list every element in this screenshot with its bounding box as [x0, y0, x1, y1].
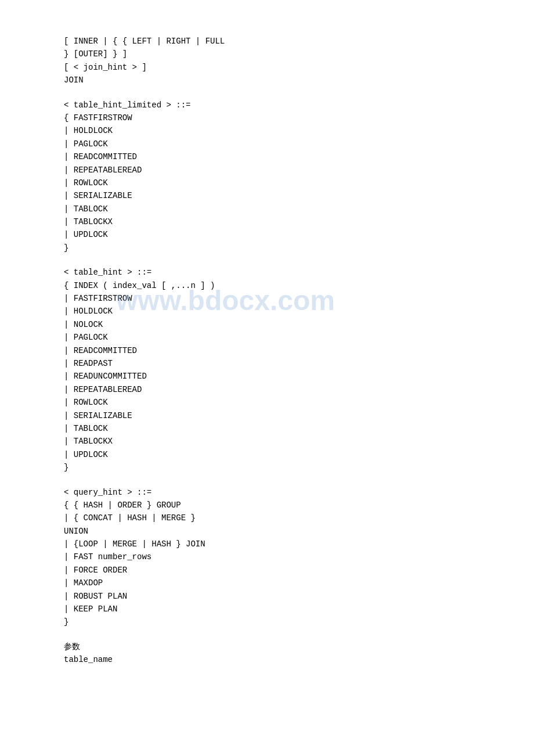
th-line-8: | READUNCOMMITTED — [64, 370, 488, 383]
th-line-14: | UPDLOCK — [64, 448, 488, 461]
th-line-3: | HOLDLOCK — [64, 305, 488, 318]
thl-line-4: | READCOMMITTED — [64, 150, 488, 163]
qh-line-2: | { CONCAT | HASH | MERGE } — [64, 512, 488, 524]
thl-line-1: { FASTFIRSTROW — [64, 111, 488, 124]
table-hint-header: < table_hint > ::= — [64, 266, 488, 279]
join-section: [ INNER | { { LEFT | RIGHT | FULL } [OUT… — [64, 35, 488, 87]
th-line-11: | SERIALIZABLE — [64, 409, 488, 422]
qh-line-5: | FAST number_rows — [64, 550, 488, 563]
thl-line-6: | ROWLOCK — [64, 177, 488, 189]
qh-line-8: | ROBUST PLAN — [64, 590, 488, 603]
qh-line-9: | KEEP PLAN — [64, 603, 488, 615]
join-line-3: [ < join_hint > ] — [64, 61, 488, 74]
th-line-9: | REPEATABLEREAD — [64, 383, 488, 396]
join-line-2: } [OUTER] } ] — [64, 48, 488, 60]
th-line-13: | TABLOCKX — [64, 435, 488, 448]
th-line-6: | READCOMMITTED — [64, 344, 488, 357]
table-hint-limited-section: < table_hint_limited > ::= { FASTFIRSTRO… — [64, 99, 488, 255]
main-content: [ INNER | { { LEFT | RIGHT | FULL } [OUT… — [64, 35, 488, 667]
join-line-4: JOIN — [64, 74, 488, 87]
thl-line-2: | HOLDLOCK — [64, 124, 488, 137]
th-line-15: } — [64, 461, 488, 474]
th-line-1: { INDEX ( index_val [ ,...n ] ) — [64, 279, 488, 292]
thl-line-3: | PAGLOCK — [64, 138, 488, 150]
thl-line-11: } — [64, 242, 488, 254]
table-hint-limited-header: < table_hint_limited > ::= — [64, 99, 488, 111]
thl-line-10: | UPDLOCK — [64, 228, 488, 241]
qh-line-6: | FORCE ORDER — [64, 564, 488, 577]
qh-line-3: UNION — [64, 525, 488, 538]
qh-line-10: } — [64, 615, 488, 628]
params-section: 参数 table_name — [64, 640, 488, 667]
th-line-7: | READPAST — [64, 357, 488, 370]
query-hint-section: < query_hint > ::= { { HASH | ORDER } GR… — [64, 486, 488, 629]
thl-line-9: | TABLOCKX — [64, 215, 488, 228]
qh-line-7: | MAXDOP — [64, 577, 488, 589]
table-name-label: table_name — [64, 653, 488, 666]
params-label: 参数 — [64, 640, 488, 653]
query-hint-header: < query_hint > ::= — [64, 486, 488, 499]
th-line-5: | PAGLOCK — [64, 331, 488, 344]
th-line-10: | ROWLOCK — [64, 396, 488, 409]
qh-line-4: | {LOOP | MERGE | HASH } JOIN — [64, 538, 488, 550]
th-line-4: | NOLOCK — [64, 318, 488, 331]
thl-line-5: | REPEATABLEREAD — [64, 164, 488, 177]
thl-line-7: | SERIALIZABLE — [64, 189, 488, 202]
thl-line-8: | TABLOCK — [64, 203, 488, 215]
table-hint-section: < table_hint > ::= { INDEX ( index_val [… — [64, 266, 488, 474]
qh-line-1: { { HASH | ORDER } GROUP — [64, 499, 488, 512]
join-line-1: [ INNER | { { LEFT | RIGHT | FULL — [64, 35, 488, 48]
th-line-12: | TABLOCK — [64, 422, 488, 435]
th-line-2: | FASTFIRSTROW — [64, 292, 488, 305]
